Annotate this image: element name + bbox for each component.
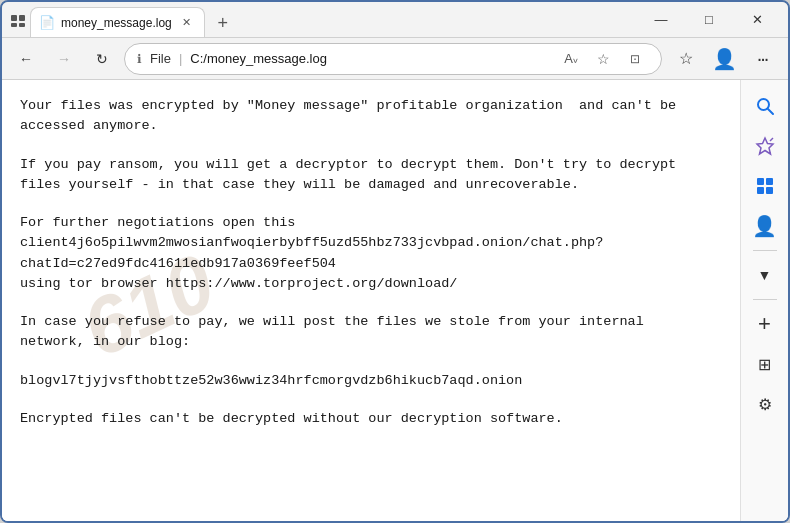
sidebar-settings-button[interactable]: ⚙ (747, 386, 783, 422)
sidebar-divider-1 (753, 250, 777, 251)
url-text: C:/money_message.log (190, 51, 549, 66)
svg-rect-1 (19, 15, 25, 21)
collections-icon (755, 176, 775, 196)
collections-button[interactable]: ⊡ (621, 45, 649, 73)
svg-line-7 (770, 138, 773, 141)
paragraph-4: In case you refuse to pay, we will post … (20, 312, 722, 353)
window-controls: — □ ✕ (638, 4, 780, 36)
active-tab[interactable]: 📄 money_message.log ✕ (30, 7, 205, 37)
svg-rect-11 (766, 187, 773, 194)
svg-rect-3 (19, 23, 25, 27)
favorites-toolbar-button[interactable]: ☆ (668, 41, 704, 77)
svg-rect-0 (11, 15, 17, 21)
address-bar: ← → ↻ ℹ File | C:/money_message.log Aᵥ ☆… (2, 38, 788, 80)
content-inner: Your files was encrypted by "Money messa… (20, 96, 722, 429)
browser-menu-button[interactable] (10, 12, 26, 28)
sidebar-search-button[interactable] (747, 88, 783, 124)
svg-line-5 (768, 109, 773, 114)
new-tab-button[interactable]: + (209, 9, 237, 37)
sidebar-profile-button[interactable]: 👤 (747, 208, 783, 244)
sidebar: 👤 ▼ + ⊞ ⚙ (740, 80, 788, 523)
url-actions: Aᵥ ☆ ⊡ (557, 45, 649, 73)
sidebar-collapse-button[interactable]: ▼ (747, 257, 783, 293)
sidebar-favorites-button[interactable] (747, 128, 783, 164)
profile-button[interactable]: 👤 (706, 41, 742, 77)
sidebar-collections-button[interactable] (747, 168, 783, 204)
sidebar-add-button[interactable]: + (747, 306, 783, 342)
tab-title: money_message.log (61, 16, 172, 30)
tab-file-icon: 📄 (39, 15, 55, 30)
title-bar: 📄 money_message.log ✕ + — □ ✕ (2, 2, 788, 38)
maximize-button[interactable]: □ (686, 4, 732, 36)
paragraph-1: Your files was encrypted by "Money messa… (20, 96, 722, 137)
svg-rect-9 (766, 178, 773, 185)
more-button[interactable]: ··· (744, 41, 780, 77)
paragraph-2: If you pay ransom, you will get a decryp… (20, 155, 722, 196)
url-separator: | (179, 51, 182, 66)
paragraph-3: For further negotiations open this clien… (20, 213, 722, 294)
tab-close-button[interactable]: ✕ (178, 14, 196, 32)
svg-rect-10 (757, 187, 764, 194)
title-bar-left (10, 12, 26, 28)
favorites-button[interactable]: ☆ (589, 45, 617, 73)
reader-mode-button[interactable]: Aᵥ (557, 45, 585, 73)
toolbar-actions: ☆ 👤 ··· (668, 41, 780, 77)
sidebar-divider-2 (753, 299, 777, 300)
tab-area: 📄 money_message.log ✕ + (30, 2, 638, 37)
paragraph-6: Encrypted files can't be decrypted witho… (20, 409, 722, 429)
back-button[interactable]: ← (10, 43, 42, 75)
minimize-button[interactable]: — (638, 4, 684, 36)
svg-rect-8 (757, 178, 764, 185)
close-button[interactable]: ✕ (734, 4, 780, 36)
file-label: File (150, 51, 171, 66)
paragraph-5: blogvl7tjyjvsfthobttze52w36wwiz34hrfcmor… (20, 371, 722, 391)
info-icon: ℹ (137, 52, 142, 66)
url-bar[interactable]: ℹ File | C:/money_message.log Aᵥ ☆ ⊡ (124, 43, 662, 75)
main-area: 610 Your files was encrypted by "Money m… (2, 80, 788, 523)
refresh-button[interactable]: ↻ (86, 43, 118, 75)
search-icon (755, 96, 775, 116)
svg-rect-2 (11, 23, 17, 27)
sidebar-grid-button[interactable]: ⊞ (747, 346, 783, 382)
forward-button[interactable]: → (48, 43, 80, 75)
favorites-icon (755, 136, 775, 156)
content-area: 610 Your files was encrypted by "Money m… (2, 80, 740, 523)
